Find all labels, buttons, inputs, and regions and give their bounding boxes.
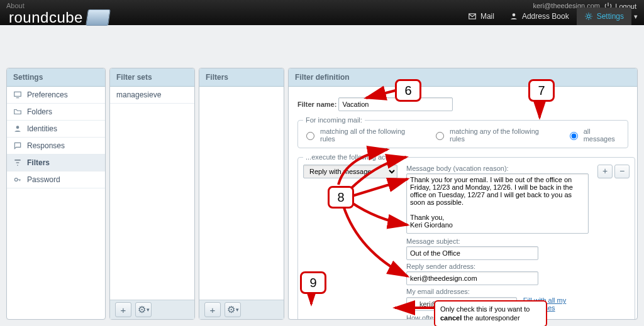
filters-panel-title: Filters xyxy=(199,68,284,87)
incoming-fieldset: For incoming mail: matching all of the f… xyxy=(297,116,628,148)
body-textarea[interactable] xyxy=(406,173,589,234)
nav-mail-label: Mail xyxy=(480,8,494,25)
action-remove-button[interactable]: − xyxy=(614,165,630,178)
settings-item-password[interactable]: Password xyxy=(7,171,105,188)
filterset-list: managesieve xyxy=(110,87,194,104)
rule-any-label: matching any of the following rules xyxy=(450,128,553,143)
rule-all-label: matching all of the following rules xyxy=(320,128,419,143)
main-nav: Mail Address Book Settings ▾ xyxy=(460,8,640,25)
definition-panel-title: Filter definition xyxy=(289,68,637,87)
nav-address-book[interactable]: Address Book xyxy=(502,8,577,25)
nav-settings-caret[interactable]: ▾ xyxy=(631,13,640,21)
settings-item-label: Identities xyxy=(27,124,57,133)
key-icon xyxy=(13,175,22,184)
settings-item-filters[interactable]: Filters xyxy=(7,155,105,171)
settings-item-folders[interactable]: Folders xyxy=(7,104,105,121)
chevron-down-icon: ▾ xyxy=(147,307,150,313)
settings-item-responses[interactable]: Responses xyxy=(7,138,105,155)
annotation-note-line1: Only check this if you want to xyxy=(440,305,530,313)
filterset-add-button[interactable]: + xyxy=(115,302,131,317)
mail-icon xyxy=(468,12,477,21)
nav-settings-label: Settings xyxy=(597,8,624,25)
svg-point-2 xyxy=(587,15,590,18)
filterset-options-button[interactable]: ⚙▾ xyxy=(135,302,152,317)
gear-icon xyxy=(584,12,593,21)
subject-input[interactable] xyxy=(406,246,538,260)
delete-addr-icon[interactable]: ✖ xyxy=(407,300,417,308)
filter-options-button[interactable]: ⚙▾ xyxy=(225,302,241,317)
annotation-note: Only check this if you want to cancel th… xyxy=(434,300,547,326)
gear-icon: ⚙ xyxy=(227,304,235,315)
svg-point-1 xyxy=(513,13,516,16)
annotation-marker-7: 7 xyxy=(528,79,555,102)
filters-panel: Filters + ⚙▾ xyxy=(199,68,284,320)
plus-icon: + xyxy=(210,305,216,315)
my-addr-label: My email addresses: xyxy=(406,288,589,295)
settings-item-label: Responses xyxy=(27,141,65,150)
reply-addr-input[interactable] xyxy=(406,271,538,285)
nav-addressbook-label: Address Book xyxy=(522,8,569,25)
svg-point-4 xyxy=(16,126,19,129)
annotation-marker-6: 6 xyxy=(395,79,421,102)
subject-label: Message subject: xyxy=(406,237,589,245)
filter-icon xyxy=(13,158,22,167)
filters-footer: + ⚙▾ xyxy=(199,300,284,319)
svg-point-5 xyxy=(14,178,18,182)
rule-any-radio[interactable] xyxy=(436,132,444,140)
brand-cube-icon xyxy=(86,9,111,26)
nav-settings[interactable]: Settings xyxy=(577,8,631,25)
svg-rect-3 xyxy=(14,92,21,96)
settings-item-label: Preferences xyxy=(27,90,68,99)
filtersets-panel-title: Filter sets xyxy=(110,68,194,87)
settings-panel-title: Settings xyxy=(7,68,105,87)
settings-item-label: Folders xyxy=(27,107,52,116)
rule-all-radio[interactable] xyxy=(306,132,314,140)
filtersets-footer: + ⚙▾ xyxy=(110,300,194,319)
filterset-item[interactable]: managesieve xyxy=(110,87,194,104)
incoming-legend: For incoming mail: xyxy=(303,116,365,124)
response-icon xyxy=(13,141,22,150)
brand-word: roundcube xyxy=(9,9,83,26)
body-label: Message body (vacation reason): xyxy=(406,165,589,172)
actions-fieldset: ...execute the following actions: Reply … xyxy=(297,153,635,319)
gear-icon: ⚙ xyxy=(138,304,146,315)
settings-item-preferences[interactable]: Preferences xyxy=(7,87,105,104)
annotation-note-strong: cancel xyxy=(440,314,462,322)
filterset-item-label: managesieve xyxy=(116,90,161,99)
settings-panel: Settings Preferences Folders Identities … xyxy=(6,68,106,320)
filter-name-label: Filter name: xyxy=(297,101,336,108)
annotation-marker-8: 8 xyxy=(328,186,354,209)
top-bar: About keri@theedesign.com Logout roundcu… xyxy=(0,0,644,25)
monitor-icon xyxy=(13,90,22,99)
rule-allmsg-label: all messages xyxy=(584,128,623,143)
annotation-note-rest: the autoresponder xyxy=(462,314,519,322)
actions-legend: ...execute the following actions: xyxy=(303,153,404,161)
filtersets-panel: Filter sets managesieve + ⚙▾ xyxy=(109,68,195,320)
identity-icon xyxy=(13,124,22,133)
brand: roundcube xyxy=(9,9,109,26)
settings-item-label: Password xyxy=(27,175,60,184)
settings-list: Preferences Folders Identities Responses… xyxy=(7,87,105,188)
action-add-button[interactable]: + xyxy=(597,165,613,178)
reply-addr-label: Reply sender address: xyxy=(406,263,589,270)
settings-item-identities[interactable]: Identities xyxy=(7,121,105,138)
action-type-select[interactable]: Reply with message xyxy=(303,165,397,178)
annotation-marker-9: 9 xyxy=(300,271,326,294)
folder-icon xyxy=(13,107,22,116)
rule-allmsg-radio[interactable] xyxy=(570,132,578,140)
chevron-down-icon: ▾ xyxy=(236,307,239,313)
filter-add-button[interactable]: + xyxy=(204,302,221,317)
settings-item-label: Filters xyxy=(27,158,50,167)
person-icon xyxy=(509,12,518,21)
plus-icon: + xyxy=(121,305,126,315)
nav-mail[interactable]: Mail xyxy=(460,8,502,25)
